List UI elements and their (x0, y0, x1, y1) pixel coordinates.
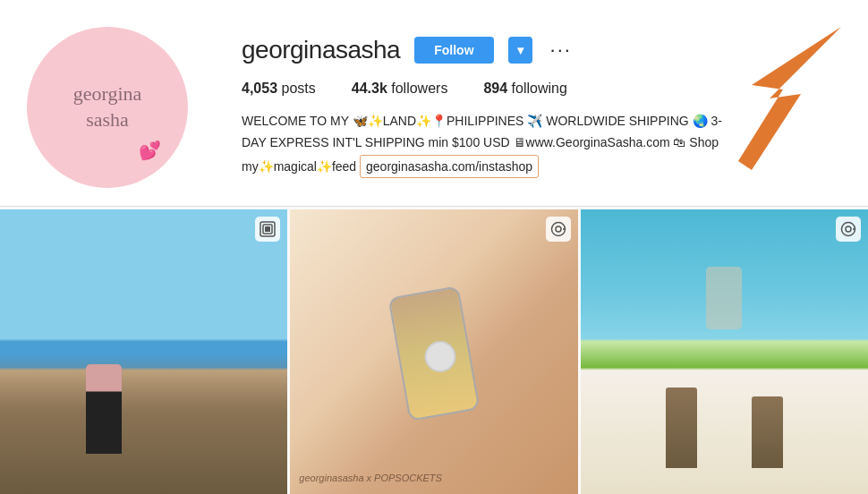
profile-section: georgina sasha 💕 georginasasha Follow ▾ … (0, 0, 868, 207)
structure-figure (706, 267, 742, 329)
profile-info: georginasasha Follow ▾ ··· 4,053 posts 4… (242, 27, 841, 180)
posts-label: posts (282, 81, 316, 96)
following-label: following (512, 81, 567, 96)
bio-line-2: DAY EXPRESS INT'L SHIPPING min $100 USD … (242, 132, 743, 152)
grid-item[interactable] (0, 209, 287, 494)
svg-point-5 (556, 226, 561, 232)
posts-count: 4,053 (242, 81, 277, 96)
following-count: 894 (483, 81, 507, 96)
video-icon (836, 217, 861, 242)
photo-grid: georginasasha x POPSOCKETS (0, 209, 868, 494)
person-figure (86, 364, 122, 454)
followers-count: 44.3k (352, 81, 387, 96)
svg-rect-3 (265, 226, 270, 232)
grid-item[interactable]: georginasasha x POPSOCKETS (290, 209, 577, 494)
photo-icon (255, 217, 280, 242)
bio-line-1: WELCOME TO MY 🦋✨LAND✨📍PHILIPPINES ✈️ WOR… (242, 111, 743, 131)
followers-label: followers (391, 81, 447, 96)
bio-line-3: my✨magical✨feed georginasasha.com/instas… (242, 155, 743, 178)
more-options-button[interactable]: ··· (547, 38, 575, 62)
profile-top-row: georginasasha Follow ▾ ··· (242, 36, 841, 64)
dropdown-button[interactable]: ▾ (508, 37, 532, 64)
svg-point-8 (846, 226, 851, 232)
popsocket-figure (424, 341, 455, 372)
bio-link[interactable]: georginasasha.com/instashop (360, 155, 539, 178)
person-figure-2 (752, 396, 783, 468)
stats-row: 4,053 posts 44.3k followers 894 followin… (242, 81, 841, 97)
person-figure-1 (666, 388, 697, 468)
grid-item[interactable] (581, 209, 868, 494)
following-stat[interactable]: 894 following (483, 81, 566, 97)
bio-section: WELCOME TO MY 🦋✨LAND✨📍PHILIPPINES ✈️ WOR… (242, 111, 743, 178)
heart-emoji: 💕 (139, 140, 161, 161)
avatar-text: georgina sasha (73, 81, 142, 132)
video-icon (546, 217, 571, 242)
username: georginasasha (242, 36, 400, 64)
watermark-text: georginasasha x POPSOCKETS (299, 473, 442, 483)
posts-stat: 4,053 posts (242, 81, 316, 97)
followers-stat[interactable]: 44.3k followers (352, 81, 448, 97)
avatar: georgina sasha 💕 (27, 27, 188, 188)
follow-button[interactable]: Follow (414, 37, 493, 64)
